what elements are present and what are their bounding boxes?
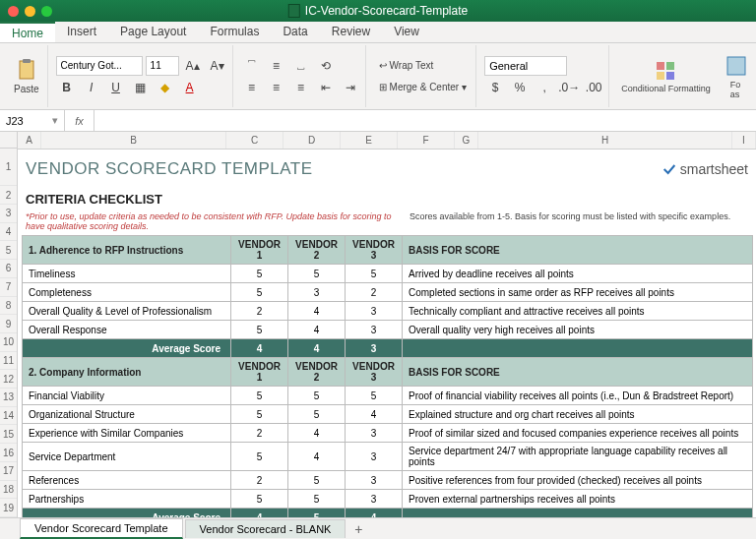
note-warning: *Prior to use, update criteria as needed… (26, 211, 410, 231)
row-head-13[interactable]: 13 (0, 389, 17, 407)
smartsheet-logo: smartsheet (662, 161, 748, 177)
sheet-tab[interactable]: Vendor Scorecard - BLANK (185, 519, 346, 538)
align-middle-button[interactable]: ≡ (266, 56, 287, 76)
row-head-14[interactable]: 14 (0, 407, 17, 426)
formula-input[interactable] (94, 110, 756, 131)
table-row[interactable]: Completeness532Completed sections in sam… (23, 283, 753, 302)
section-header-row: 1. Adherence to RFP InstructionsVENDOR 1… (23, 236, 753, 265)
scorecard-table[interactable]: 1. Adherence to RFP InstructionsVENDOR 1… (22, 235, 753, 517)
menu-tab-insert[interactable]: Insert (55, 22, 108, 42)
minimize-window-button[interactable] (25, 6, 35, 17)
italic-button[interactable]: I (81, 78, 102, 97)
increase-indent-button[interactable]: ⇥ (340, 78, 361, 97)
row-head-5[interactable]: 5 (0, 241, 17, 260)
titlebar: IC-Vendor-Scorecard-Template (0, 0, 756, 22)
col-head-B[interactable]: B (41, 132, 226, 149)
document-title: VENDOR SCORECARD TEMPLATE (26, 159, 312, 179)
wrap-text-button[interactable]: ↩ Wrap Text (374, 56, 472, 76)
col-head-D[interactable]: D (284, 132, 341, 149)
underline-button[interactable]: U (105, 78, 127, 97)
maximize-window-button[interactable] (41, 6, 52, 17)
col-head-G[interactable]: G (455, 132, 478, 149)
font-name-select[interactable] (56, 56, 143, 76)
table-row[interactable]: Partnerships553Proven external partnersh… (23, 490, 753, 509)
menu-tab-formulas[interactable]: Formulas (198, 22, 271, 42)
window-title: IC-Vendor-Scorecard-Template (288, 4, 468, 18)
bold-button[interactable]: B (56, 78, 78, 97)
increase-decimal-button[interactable]: .0→ (558, 78, 580, 97)
currency-button[interactable]: $ (484, 78, 506, 97)
orientation-button[interactable]: ⟲ (315, 56, 337, 76)
table-row[interactable]: Overall Quality & Level of Professionali… (23, 302, 753, 321)
close-window-button[interactable] (8, 6, 19, 17)
decrease-font-button[interactable]: A▾ (207, 56, 228, 76)
fill-color-button[interactable]: ◆ (155, 78, 176, 97)
table-row[interactable]: Overall Response543Overall quality very … (23, 321, 753, 339)
excel-file-icon (288, 4, 300, 18)
average-row: Average Score454 (23, 509, 753, 518)
row-head-4[interactable]: 4 (0, 223, 17, 242)
decrease-indent-button[interactable]: ⇤ (315, 78, 337, 97)
menu-tab-page-layout[interactable]: Page Layout (108, 22, 198, 42)
col-head-H[interactable]: H (478, 132, 732, 149)
conditional-formatting-button[interactable]: Conditional Formatting (617, 57, 715, 95)
row-head-6[interactable]: 6 (0, 260, 17, 278)
menu-tab-home[interactable]: Home (0, 22, 55, 42)
table-row[interactable]: Service Department543Service department … (23, 443, 753, 471)
paste-button[interactable]: Paste (10, 56, 43, 96)
font-color-button[interactable]: A (179, 78, 201, 97)
align-top-button[interactable]: ⎴ (241, 56, 263, 76)
col-head-F[interactable]: F (398, 132, 455, 149)
row-head-12[interactable]: 12 (0, 370, 17, 389)
font-size-select[interactable] (146, 56, 179, 76)
menu-tab-data[interactable]: Data (271, 22, 319, 42)
col-head-E[interactable]: E (341, 132, 398, 149)
menu-tab-view[interactable]: View (382, 22, 431, 42)
average-row: Average Score443 (23, 339, 753, 358)
table-row[interactable]: Organizational Structure554Explained str… (23, 405, 753, 424)
align-left-button[interactable]: ≡ (241, 78, 263, 97)
row-head-7[interactable]: 7 (0, 278, 17, 297)
row-head-3[interactable]: 3 (0, 205, 17, 223)
border-button[interactable]: ▦ (130, 78, 152, 97)
name-box[interactable]: J23 ▾ (0, 110, 65, 131)
row-head-2[interactable]: 2 (0, 186, 17, 205)
decrease-decimal-button[interactable]: .00 (583, 78, 604, 97)
fx-icon[interactable]: fx (65, 110, 94, 131)
format-as-button[interactable]: Fo as (726, 52, 746, 101)
sheet-content[interactable]: VENDOR SCORECARD TEMPLATE smartsheet CRI… (18, 150, 756, 517)
row-head-16[interactable]: 16 (0, 444, 17, 462)
merge-center-button[interactable]: ⊞ Merge & Center ▾ (374, 78, 472, 97)
add-sheet-button[interactable]: + (347, 521, 369, 537)
align-center-button[interactable]: ≡ (266, 78, 287, 97)
menu-bar: HomeInsertPage LayoutFormulasDataReviewV… (0, 22, 756, 43)
col-head-A[interactable]: A (18, 132, 41, 149)
table-row[interactable]: Experience with Similar Companies243Proo… (23, 424, 753, 443)
select-all-corner[interactable] (0, 132, 17, 149)
align-right-button[interactable]: ≡ (290, 78, 312, 97)
formula-bar: J23 ▾ fx (0, 110, 756, 132)
row-head-1[interactable]: 1 (0, 149, 17, 186)
row-head-15[interactable]: 15 (0, 425, 17, 444)
align-bottom-button[interactable]: ⎵ (290, 56, 312, 76)
row-head-11[interactable]: 11 (0, 352, 17, 371)
comma-button[interactable]: , (534, 78, 555, 97)
sheet-tab[interactable]: Vendor Scorecard Template (20, 518, 183, 539)
row-head-8[interactable]: 8 (0, 297, 17, 316)
col-head-C[interactable]: C (226, 132, 284, 149)
table-row[interactable]: References253Positive references from fo… (23, 471, 753, 490)
row-head-17[interactable]: 17 (0, 462, 17, 481)
table-row[interactable]: Financial Viability555Proof of financial… (23, 387, 753, 405)
percent-button[interactable]: % (509, 78, 531, 97)
spreadsheet-area: 12345678910111213141516171819 ABCDEFGHI … (0, 132, 756, 517)
ribbon: Paste A▴ A▾ B I U ▦ ◆ A ⎴ ≡ (0, 43, 756, 110)
number-format-select[interactable] (484, 56, 567, 76)
increase-font-button[interactable]: A▴ (182, 56, 204, 76)
row-head-19[interactable]: 19 (0, 499, 17, 517)
row-head-9[interactable]: 9 (0, 315, 17, 333)
menu-tab-review[interactable]: Review (320, 22, 382, 42)
row-head-10[interactable]: 10 (0, 333, 17, 352)
table-row[interactable]: Timeliness555Arrived by deadline receive… (23, 265, 753, 283)
col-head-I[interactable]: I (732, 132, 756, 149)
row-head-18[interactable]: 18 (0, 481, 17, 500)
